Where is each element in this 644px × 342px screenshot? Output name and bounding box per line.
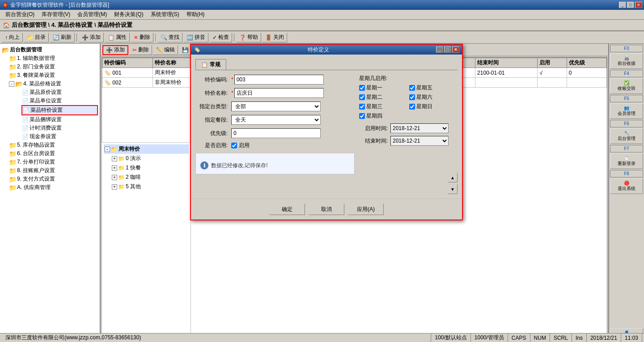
toolbar2-del-btn[interactable]: ✂ 删除 xyxy=(129,45,152,55)
sidebar-item-4-5[interactable]: 📄 计时消费设置 xyxy=(21,124,98,132)
sidebar-item-4-2-label: 菜品单位设置 xyxy=(30,97,62,105)
code-input[interactable] xyxy=(234,75,324,84)
enabled-checkbox[interactable] xyxy=(231,143,237,148)
sidebar-item-2[interactable]: 📁 2. 部门业务设置 xyxy=(9,63,98,71)
status-bar: 深圳市三度软件有限公司(www.jzzp.com,0755-83656130) … xyxy=(0,333,644,342)
relogin-btn[interactable]: ⏱️ 重新登录 xyxy=(610,153,643,169)
sidebar: 📂 后台数据管理 📁 1. 辅助数据管理 📁 2. 部门业务设置 📁 3. 餐牌… xyxy=(0,44,101,342)
scroll-down-button[interactable]: ▼ xyxy=(448,184,458,194)
sidebar-item-A[interactable]: 📁 A. 供应商管理 xyxy=(9,183,98,192)
btn-dir[interactable]: 📁目录 xyxy=(24,33,49,42)
menu-frontend[interactable]: 前台营业(O) xyxy=(2,10,38,19)
ok-button[interactable]: 确定 xyxy=(269,203,305,215)
weekday-7-checkbox[interactable] xyxy=(409,104,415,110)
endtime-select[interactable]: 2018-12-21 xyxy=(390,136,449,146)
tab-general[interactable]: 📋 常规 xyxy=(195,59,226,70)
maximize-button[interactable]: □ xyxy=(627,2,634,8)
main-area: 📂 后台数据管理 📁 1. 辅助数据管理 📁 2. 部门业务设置 📁 3. 餐牌… xyxy=(0,44,644,342)
sidebar-item-4-6[interactable]: 📄 现金券设置 xyxy=(21,132,98,141)
menu-inventory[interactable]: 库存管理(V) xyxy=(38,10,74,19)
expand-2[interactable]: + xyxy=(112,175,117,180)
weekday-2-checkbox[interactable] xyxy=(359,94,365,100)
sidebar-item-backend[interactable]: 📂 后台数据管理 xyxy=(2,46,98,54)
sidebar-item-4-1[interactable]: 📄 菜品原价设置 xyxy=(21,88,98,97)
sidebar-item-4-3[interactable]: 📄 菜品特价设置 xyxy=(21,105,98,115)
sidebar-item-8[interactable]: 📁 8. 挂账账户设置 xyxy=(9,166,98,175)
sidebar-item-3[interactable]: 📁 3. 餐牌菜单设置 xyxy=(9,71,98,80)
btn-refresh[interactable]: 🔄刷新 xyxy=(50,33,75,42)
btn-close[interactable]: 🚪关闭 xyxy=(262,33,287,42)
folder-icon-5: 📁 xyxy=(9,142,16,149)
expand-0[interactable]: + xyxy=(112,156,117,161)
member-btn[interactable]: 👥 会员管理 xyxy=(610,103,643,119)
backend-label: 后台管理 xyxy=(618,135,636,142)
tree-expand-root[interactable]: - xyxy=(105,147,110,152)
doc-icon-4-6: 📄 xyxy=(21,133,29,140)
sidebar-item-5[interactable]: 📁 5. 库存物品设置 xyxy=(9,141,98,149)
cashier-label: 收银交班 xyxy=(618,85,636,92)
weekday-5-checkbox[interactable] xyxy=(409,85,415,91)
sidebar-item-1[interactable]: 📁 1. 辅助数据管理 xyxy=(9,54,98,63)
priority-input[interactable] xyxy=(231,128,321,138)
menu-system[interactable]: 系统管理(S) xyxy=(147,10,183,19)
btn-add[interactable]: ➕添加 xyxy=(79,33,104,42)
tree-child-2[interactable]: + 📁 2 咖啡 xyxy=(111,173,189,182)
toolbar2-edit-btn[interactable]: ✏️ 编辑 xyxy=(153,45,178,55)
tree-child-1[interactable]: + 📁 1 快餐 xyxy=(111,163,189,173)
relogin-icon: ⏱️ xyxy=(624,156,629,160)
sidebar-item-4-4[interactable]: 📄 菜品捆绑设置 xyxy=(21,115,98,124)
meal-label: 指定餐段: xyxy=(195,116,231,124)
toolbar: ↑向上 📁目录 🔄刷新 ➕添加 📋属性 ✕删除 🔍查找 🔤拼音 ✓检查 ❓帮助 … xyxy=(0,31,644,44)
expand-1[interactable]: + xyxy=(112,165,117,171)
btn-up[interactable]: ↑向上 xyxy=(2,33,23,42)
sidebar-item-4[interactable]: - 📂 4. 菜品价格设置 xyxy=(9,80,98,88)
sidebar-item-9[interactable]: 📁 9. 支付方式设置 xyxy=(9,175,98,183)
sidebar-item-4-2[interactable]: 📄 菜品单位设置 xyxy=(21,97,98,105)
menu-help[interactable]: 帮助(H) xyxy=(183,10,208,19)
weekday-4-checkbox[interactable] xyxy=(359,113,365,119)
scroll-up-button[interactable]: ▲ xyxy=(448,173,458,182)
sidebar-item-3-label: 3. 餐牌菜单设置 xyxy=(17,72,55,79)
starttime-select[interactable]: 2018-12-21 xyxy=(390,123,449,133)
status-num: NUM xyxy=(530,334,550,342)
dialog-maximize[interactable]: □ xyxy=(444,46,451,53)
btn-find[interactable]: 🔍查找 xyxy=(157,33,182,42)
tree-child-1-label: 1 快餐 xyxy=(126,164,141,172)
dialog-minimize[interactable]: _ xyxy=(436,46,443,53)
meal-select[interactable]: 全天 早餐 午餐 晚餐 xyxy=(231,115,321,125)
btn-del[interactable]: ✕删除 xyxy=(131,33,153,42)
sidebar-item-6[interactable]: 📁 6. 台区台房设置 xyxy=(9,149,98,158)
tabletype-select[interactable]: 全部 快餐 咖啡 其他 xyxy=(231,101,321,111)
cashier-btn[interactable]: ✅ 收银交班 xyxy=(610,78,643,94)
apply-button[interactable]: 应用(A) xyxy=(348,203,384,215)
backend-btn[interactable]: 🔧 后台管理 xyxy=(610,128,643,144)
name-input[interactable] xyxy=(234,88,324,98)
sep2 xyxy=(155,34,156,42)
logout-btn[interactable]: 🔴 退出系统 xyxy=(610,178,643,194)
menu-finance[interactable]: 财务决策(Q) xyxy=(110,10,147,19)
tree-child-3[interactable]: + 📁 5 其他 xyxy=(111,182,189,191)
menu-member[interactable]: 会员管理(M) xyxy=(74,10,110,19)
dialog-close-button[interactable]: ✕ xyxy=(452,46,459,53)
weekday-6-checkbox[interactable] xyxy=(409,94,415,100)
tree-root-item[interactable]: - 📁 周末特价 xyxy=(104,144,189,154)
frontend-receipt-btn[interactable]: 🖨️ 前台收据 xyxy=(610,53,643,69)
expand-3[interactable]: + xyxy=(112,184,117,190)
tree-child-0[interactable]: + 📁 0 演示 xyxy=(111,154,189,163)
breadcrumb-icon: 🏠 xyxy=(3,22,10,29)
btn-pinyin[interactable]: 🔤拼音 xyxy=(183,33,208,42)
weekday-3-checkbox[interactable] xyxy=(359,104,365,110)
btn-check[interactable]: ✓检查 xyxy=(209,33,232,42)
btn-prop[interactable]: 📋属性 xyxy=(105,33,130,42)
sidebar-item-7[interactable]: 📁 7. 分单打印设置 xyxy=(9,158,98,166)
toolbar2-add-btn[interactable]: ➕ 添加 xyxy=(102,45,128,55)
spacer xyxy=(610,195,643,327)
btn-help[interactable]: ❓帮助 xyxy=(236,33,261,42)
expand-4[interactable]: - xyxy=(9,81,14,87)
folder-icon-8: 📁 xyxy=(9,167,16,174)
close-button[interactable]: ✕ xyxy=(635,2,642,8)
weekday-1-checkbox[interactable] xyxy=(359,85,365,91)
minimize-button[interactable]: _ xyxy=(619,2,626,8)
cancel-button[interactable]: 取消 xyxy=(309,203,344,215)
toolbar2-add-icon: ➕ xyxy=(106,47,113,53)
